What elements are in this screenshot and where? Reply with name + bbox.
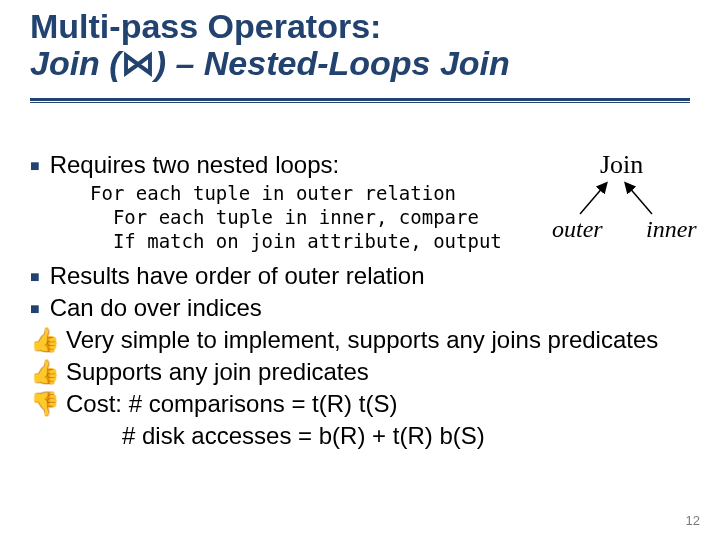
title-join-word: Join (	[30, 44, 121, 82]
pseudocode-block: For each tuple in outer relation For eac…	[90, 182, 690, 253]
title-line-1: Multi-pass Operators:	[30, 8, 510, 45]
bullet-1-text: Requires two nested loops:	[50, 151, 340, 178]
bullet-requires-loops: ■Requires two nested loops:	[30, 150, 690, 180]
thumbs-down-icon: 👎	[30, 391, 66, 417]
join-symbol-icon: ⋈	[121, 45, 155, 82]
bullet-results-order: ■Results have order of outer relation	[30, 261, 690, 291]
title-underline	[30, 98, 690, 104]
bullet-4-text: Very simple to implement, supports any j…	[66, 326, 658, 353]
page-number: 12	[686, 513, 700, 528]
title-line-2: Join (⋈) – Nested-Loops Join	[30, 45, 510, 82]
bullet-6-text: Cost: # comparisons = t(R) t(S)	[66, 390, 397, 417]
title-line-2-suffix: ) – Nested-Loops Join	[155, 44, 510, 82]
slide: Multi-pass Operators: Join (⋈) – Nested-…	[0, 0, 720, 540]
square-bullet-icon: ■	[30, 157, 50, 174]
bullet-simple-implement: 👍Very simple to implement, supports any …	[30, 325, 690, 355]
bullet-3-text: Can do over indices	[50, 294, 262, 321]
slide-title: Multi-pass Operators: Join (⋈) – Nested-…	[30, 8, 510, 83]
thumbs-up-icon: 👍	[30, 327, 66, 353]
bullet-supports-predicates: 👍Supports any join predicates	[30, 357, 690, 387]
square-bullet-icon: ■	[30, 300, 50, 317]
thumbs-up-icon: 👍	[30, 359, 66, 385]
bullet-2-text: Results have order of outer relation	[50, 262, 425, 289]
slide-body: ■Requires two nested loops: For each tup…	[30, 150, 690, 453]
bullet-cost-line-2: # disk accesses = b(R) + t(R) b(S)	[30, 421, 690, 451]
bullet-over-indices: ■Can do over indices	[30, 293, 690, 323]
square-bullet-icon: ■	[30, 268, 50, 285]
bullet-cost: 👎Cost: # comparisons = t(R) t(S)	[30, 389, 690, 419]
bullet-5-text: Supports any join predicates	[66, 358, 369, 385]
